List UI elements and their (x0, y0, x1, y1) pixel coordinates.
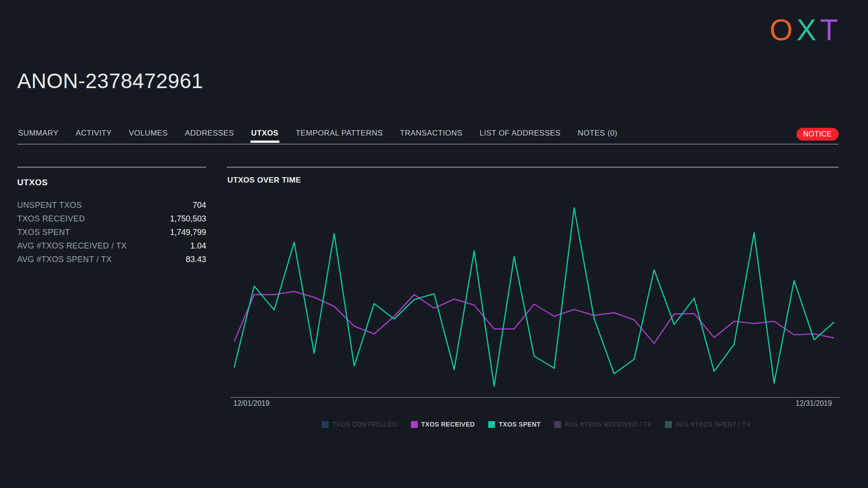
legend-swatch-icon (554, 421, 561, 428)
tab-temporal-patterns[interactable]: TEMPORAL PATTERNS (295, 128, 384, 143)
stat-value: 704 (193, 198, 206, 212)
logo-letter: T (820, 13, 842, 47)
tab-transactions[interactable]: TRANSACTIONS (399, 128, 463, 143)
stats-rows: UNSPENT TXOS704TXOS RECEIVED1,750,503TXO… (17, 198, 206, 266)
chart-divider (227, 167, 839, 168)
stat-label: TXOS SPENT (17, 225, 70, 239)
legend-label: TXOS CONTROLLED (332, 421, 397, 428)
stat-label: AVG #TXOS RECEIVED / TX (17, 239, 127, 253)
utxos-line-chart[interactable] (227, 185, 845, 398)
legend-item-txos-spent[interactable]: TXOS SPENT (488, 421, 541, 428)
tab-bar: SUMMARYACTIVITYVOLUMESADDRESSESUTXOSTEMP… (17, 128, 839, 145)
oxt-logo[interactable]: OXT (769, 13, 842, 47)
tab-utxos[interactable]: UTXOS (250, 128, 280, 143)
stats-heading: UTXOS (17, 178, 206, 188)
utxos-over-time-panel: UTXOS OVER TIME 12/01/2019 12/31/2019 TX… (227, 167, 839, 438)
stat-row: TXOS SPENT1,749,799 (17, 225, 206, 239)
legend-swatch-icon (488, 421, 495, 428)
legend-item-txos-controlled[interactable]: TXOS CONTROLLED (322, 421, 397, 428)
tab-volumes[interactable]: VOLUMES (128, 128, 169, 143)
notice-button[interactable]: NOTICE (797, 128, 839, 141)
tab-notes-0[interactable]: NOTES (0) (577, 128, 618, 143)
legend-label: AVG #TXOS RECEIVED / TX (565, 421, 651, 428)
legend-label: TXOS RECEIVED (421, 421, 475, 428)
chart-heading: UTXOS OVER TIME (227, 176, 839, 185)
x-axis-end-label: 12/31/2019 (796, 399, 832, 408)
legend-item-avg-txos-spent-tx[interactable]: AVG #TXOS SPENT / TX (665, 421, 750, 428)
chart-legend: TXOS CONTROLLEDTXOS RECEIVEDTXOS SPENTAV… (227, 421, 845, 428)
legend-swatch-icon (411, 421, 418, 428)
stat-value: 1,750,503 (170, 212, 206, 225)
stat-value: 1,749,799 (170, 225, 206, 239)
legend-item-txos-received[interactable]: TXOS RECEIVED (411, 421, 475, 428)
series-line-txos-received (234, 291, 834, 343)
legend-swatch-icon (322, 421, 329, 428)
stat-label: TXOS RECEIVED (17, 212, 85, 225)
x-axis-start-label: 12/01/2019 (233, 399, 269, 408)
legend-label: AVG #TXOS SPENT / TX (675, 421, 750, 428)
tab-activity[interactable]: ACTIVITY (75, 128, 113, 143)
logo-letter: X (797, 13, 820, 47)
legend-label: TXOS SPENT (499, 421, 541, 428)
tab-list-of-addresses[interactable]: LIST OF ADDRESSES (479, 128, 561, 143)
stat-value: 1.04 (190, 239, 206, 253)
tab-addresses[interactable]: ADDRESSES (184, 128, 235, 143)
legend-swatch-icon (665, 421, 672, 428)
stat-row: AVG #TXOS RECEIVED / TX1.04 (17, 239, 206, 253)
stat-label: UNSPENT TXOS (17, 198, 82, 212)
utxos-stats-panel: UTXOS UNSPENT TXOS704TXOS RECEIVED1,750,… (17, 167, 206, 266)
stat-value: 83.43 (186, 253, 206, 266)
stat-row: AVG #TXOS SPENT / TX83.43 (17, 253, 206, 266)
stat-label: AVG #TXOS SPENT / TX (17, 253, 112, 266)
stat-row: UNSPENT TXOS704 (17, 198, 206, 212)
stats-divider (17, 167, 206, 168)
tab-summary[interactable]: SUMMARY (17, 128, 59, 143)
series-line-txos-spent (234, 208, 834, 386)
logo-letter: O (769, 13, 796, 47)
page-title: ANON-2378472961 (17, 69, 203, 93)
legend-item-avg-txos-received-tx[interactable]: AVG #TXOS RECEIVED / TX (554, 421, 651, 428)
stat-row: TXOS RECEIVED1,750,503 (17, 212, 206, 225)
